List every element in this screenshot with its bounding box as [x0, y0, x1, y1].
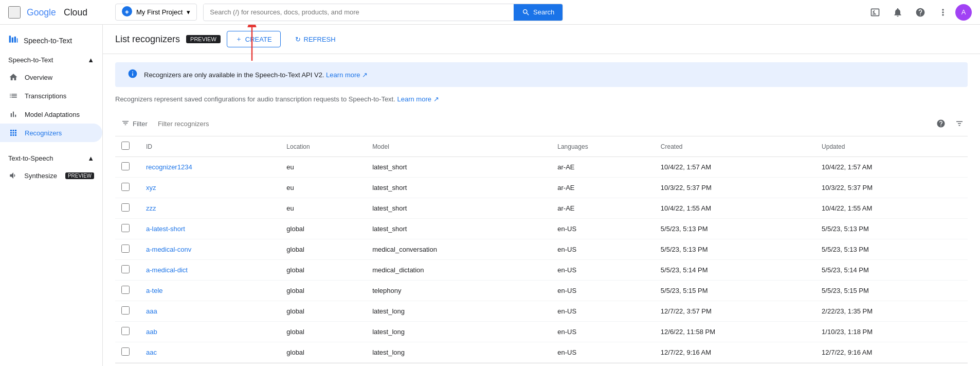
- table-help-button[interactable]: [933, 115, 949, 132]
- row-checkbox-9[interactable]: [121, 347, 130, 356]
- description-learn-more-link[interactable]: Learn more ↗: [397, 95, 439, 103]
- svg-text:Cloud: Cloud: [64, 7, 87, 17]
- row-checkbox-6[interactable]: [121, 286, 130, 294]
- filter-label: Filter: [133, 120, 148, 128]
- table-row: recognizer1234 eu latest_short ar-AE 10/…: [115, 157, 968, 178]
- row-checkbox-4[interactable]: [121, 245, 130, 253]
- row-created-2: 10/4/22, 1:55 AM: [655, 198, 815, 219]
- search-button[interactable]: Search: [514, 4, 562, 21]
- sidebar-item-overview[interactable]: Overview: [0, 68, 102, 86]
- row-checkbox-cell: [115, 281, 140, 301]
- table-container: Filter: [103, 111, 980, 366]
- recognizer-link-4[interactable]: a-medical-conv: [146, 246, 191, 253]
- header-updated: Updated: [815, 136, 968, 157]
- model-adaptations-label: Model Adaptations: [25, 111, 80, 118]
- recognizer-link-8[interactable]: aab: [146, 328, 157, 336]
- help-button[interactable]: [910, 2, 931, 23]
- create-button[interactable]: ＋ CREATE: [227, 31, 281, 47]
- speech-to-text-label: Speech-to-Text: [8, 56, 53, 64]
- refresh-button[interactable]: ↻ REFRESH: [287, 32, 344, 46]
- row-checkbox-0[interactable]: [121, 162, 130, 170]
- speech-to-text-header[interactable]: Speech-to-Text ▲: [0, 52, 102, 68]
- overview-label: Overview: [25, 74, 52, 81]
- info-learn-more-link[interactable]: Learn more ↗: [326, 71, 368, 79]
- recognizer-link-1[interactable]: xyz: [146, 184, 156, 191]
- recognizers-table: ID Location Model Languages Created Upda…: [115, 136, 968, 363]
- description-text: Recognizers represent saved configuratio…: [115, 95, 395, 103]
- more-options-button[interactable]: [933, 2, 953, 23]
- row-checkbox-7[interactable]: [121, 306, 130, 315]
- recognizer-link-0[interactable]: recognizer1234: [146, 163, 192, 171]
- row-checkbox-cell: [115, 198, 140, 219]
- row-id-1: xyz: [140, 178, 280, 198]
- row-model-6: telephony: [366, 281, 551, 301]
- row-checkbox-8[interactable]: [121, 327, 130, 335]
- recognizer-link-3[interactable]: a-latest-short: [146, 225, 185, 233]
- table-row: a-medical-conv global medical_conversati…: [115, 239, 968, 260]
- transcriptions-label: Transcriptions: [25, 92, 66, 100]
- row-languages-9: en-US: [551, 342, 655, 363]
- row-id-8: aab: [140, 322, 280, 342]
- table-row: aaa global latest_long en-US 12/7/22, 3:…: [115, 301, 968, 322]
- row-created-5: 5/5/23, 5:14 PM: [655, 260, 815, 281]
- sidebar-item-transcriptions[interactable]: Transcriptions: [0, 86, 102, 105]
- create-label: CREATE: [245, 36, 272, 43]
- recognizer-link-5[interactable]: a-medical-dict: [146, 266, 188, 274]
- table-row: aac global latest_long en-US 12/7/22, 9:…: [115, 342, 968, 363]
- row-checkbox-2[interactable]: [121, 203, 130, 212]
- avatar[interactable]: A: [955, 4, 972, 21]
- row-location-0: eu: [280, 157, 366, 178]
- filter-button[interactable]: Filter: [115, 116, 154, 132]
- row-created-0: 10/4/22, 1:57 AM: [655, 157, 815, 178]
- row-checkbox-1[interactable]: [121, 183, 130, 191]
- row-location-9: global: [280, 342, 366, 363]
- row-checkbox-cell: [115, 219, 140, 239]
- select-all-checkbox[interactable]: [121, 142, 130, 150]
- header-location: Location: [280, 136, 366, 157]
- search-input[interactable]: [204, 4, 514, 20]
- row-id-0: recognizer1234: [140, 157, 280, 178]
- page-title: List recognizers: [115, 34, 180, 45]
- sidebar: Speech-to-Text Speech-to-Text ▲ Overview…: [0, 25, 103, 366]
- table-body: recognizer1234 eu latest_short ar-AE 10/…: [115, 157, 968, 363]
- svg-rect-6: [14, 37, 16, 43]
- table-row: a-latest-short global latest_short en-US…: [115, 219, 968, 239]
- dropdown-icon: ▾: [187, 8, 190, 16]
- terminal-button[interactable]: [865, 2, 885, 23]
- table-toolbar: Filter: [115, 111, 968, 136]
- row-id-5: a-medical-dict: [140, 260, 280, 281]
- tts-collapse-icon: ▲: [87, 154, 94, 162]
- recognizer-link-7[interactable]: aaa: [146, 307, 157, 315]
- row-checkbox-3[interactable]: [121, 224, 130, 232]
- row-checkbox-cell: [115, 178, 140, 198]
- sidebar-item-recognizers[interactable]: Recognizers: [0, 124, 102, 142]
- sidebar-item-synthesize[interactable]: Synthesize PREVIEW: [0, 166, 102, 185]
- google-cloud-logo[interactable]: Google Cloud: [27, 6, 109, 19]
- row-model-8: latest_long: [366, 322, 551, 342]
- text-to-speech-section: Text-to-Speech ▲ Synthesize PREVIEW: [0, 146, 102, 189]
- text-to-speech-header[interactable]: Text-to-Speech ▲: [0, 150, 102, 166]
- row-model-9: latest_long: [366, 342, 551, 363]
- row-languages-3: en-US: [551, 219, 655, 239]
- search-bar: Search: [203, 4, 563, 21]
- column-visibility-button[interactable]: [951, 115, 968, 132]
- row-id-7: aaa: [140, 301, 280, 322]
- desc-external-link-icon: ↗: [433, 95, 439, 103]
- filter-input[interactable]: [158, 120, 929, 128]
- row-location-2: eu: [280, 198, 366, 219]
- preview-badge: PREVIEW: [186, 35, 221, 43]
- menu-button[interactable]: [8, 6, 21, 19]
- speech-product-icon: [8, 34, 19, 47]
- synthesize-icon: [8, 170, 18, 181]
- recognizer-link-9[interactable]: aac: [146, 348, 157, 356]
- row-id-9: aac: [140, 342, 280, 363]
- row-checkbox-5[interactable]: [121, 265, 130, 273]
- pagination: Rows per page: 10 25 50 100 1 – 10 of 15…: [115, 363, 968, 366]
- notifications-button[interactable]: [887, 2, 908, 23]
- recognizer-link-6[interactable]: a-tele: [146, 287, 163, 294]
- sidebar-item-model-adaptations[interactable]: Model Adaptations: [0, 105, 102, 124]
- text-to-speech-label: Text-to-Speech: [8, 154, 53, 162]
- recognizer-link-2[interactable]: zzz: [146, 204, 156, 212]
- project-selector[interactable]: ◈ My First Project ▾: [115, 4, 197, 21]
- row-location-4: global: [280, 239, 366, 260]
